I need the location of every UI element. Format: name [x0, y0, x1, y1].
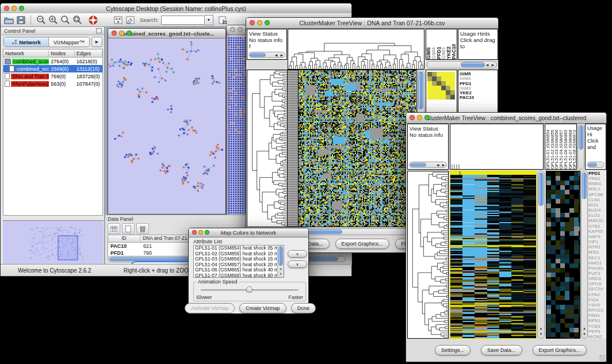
tv1-column-dendrogram[interactable]: [288, 29, 424, 69]
gene-label[interactable]: SPC98: [588, 192, 606, 197]
gene-label[interactable]: HRD3: [588, 276, 606, 281]
tv2-column-dendrogram[interactable]: [450, 124, 543, 169]
column-label[interactable]: GIM4: [431, 29, 437, 59]
zoom-fit-icon[interactable]: [71, 14, 83, 26]
arrow-down-icon[interactable]: ▼: [582, 331, 587, 337]
column-label[interactable]: GPL51-03 (GSM856: [554, 124, 559, 169]
treeview1-titlebar[interactable]: ClusterMaker TreeView : DNA and Tran 07-…: [246, 18, 498, 29]
traffic-lights[interactable]: [4, 6, 24, 11]
gene-label[interactable]: CLN1: [588, 197, 606, 202]
resize-grip[interactable]: [599, 355, 606, 361]
zoom-window-icon[interactable]: [19, 6, 24, 11]
tv2-usage-scrollbar[interactable]: [587, 162, 605, 168]
close-icon[interactable]: [192, 230, 197, 235]
minimize-icon[interactable]: [12, 6, 17, 11]
gene-label[interactable]: RPO21: [588, 308, 606, 313]
gene-label[interactable]: GTB1: [588, 224, 606, 229]
zoom-out-icon[interactable]: [35, 14, 47, 26]
column-label[interactable]: GPL51-04 (GSM857: [559, 124, 563, 169]
gene-label[interactable]: SEC24: [588, 286, 606, 292]
gene-label[interactable]: FIG4: [588, 297, 606, 302]
gene-label[interactable]: PUF3: [588, 271, 606, 276]
network-row[interactable]: combined_scores 2764(0) 16218(0): [3, 58, 102, 65]
column-header-nodes[interactable]: Nodes: [49, 51, 74, 56]
network-row[interactable]: RNAPuberNov2+ 563(0) 107847(0): [3, 80, 102, 87]
gene-label[interactable]: PFD1: [588, 171, 606, 176]
arrow-up-icon[interactable]: ▲: [538, 325, 544, 331]
tv1-row-dendrogram[interactable]: [247, 70, 287, 227]
network1-titlebar[interactable]: combined_scores_good.txt--cluste...: [108, 29, 225, 39]
dialog-button[interactable]: Animate Vizmap: [185, 303, 235, 313]
gene-label[interactable]: TCB3: [588, 324, 606, 329]
float-panel-icon[interactable]: [96, 28, 102, 33]
attribute-select-icon[interactable]: [108, 223, 120, 234]
annotation-icon[interactable]: [124, 14, 136, 26]
zoom-window-icon[interactable]: [205, 230, 209, 235]
column-label[interactable]: YKE2: [446, 29, 452, 59]
treeview-button[interactable]: Export Graphics...: [335, 239, 389, 249]
column-label[interactable]: PAC10: [452, 29, 457, 59]
traffic-lights[interactable]: [250, 20, 270, 25]
gene-label[interactable]: VIP1: [588, 239, 606, 244]
zoom-in-icon[interactable]: [47, 14, 59, 26]
gene-label[interactable]: RNR4: [588, 181, 606, 186]
minimize-icon[interactable]: [198, 230, 203, 235]
overview-canvas[interactable]: [3, 221, 104, 264]
tab-vizmapper[interactable]: VizMapper™: [49, 37, 89, 47]
tv2-labels-vscrollbar[interactable]: [577, 124, 584, 170]
tv1-heatmap[interactable]: [299, 70, 416, 227]
gene-label[interactable]: CPA2: [588, 292, 606, 297]
treeview-button[interactable]: Save Data...: [481, 345, 522, 355]
tab-overflow-button[interactable]: ▶: [91, 37, 102, 47]
column-header-network[interactable]: Network: [3, 51, 49, 56]
close-icon[interactable]: [112, 30, 117, 36]
traffic-lights[interactable]: [192, 230, 209, 235]
column-header-id[interactable]: ID: [108, 235, 140, 242]
arrow-down-icon[interactable]: ▼: [538, 331, 544, 337]
network-overview-panel[interactable]: [3, 220, 104, 265]
gene-label[interactable]: GPI16: [588, 281, 606, 286]
open-session-icon[interactable]: [3, 14, 15, 26]
close-icon[interactable]: [250, 20, 255, 25]
zoom-window-icon[interactable]: [265, 20, 270, 25]
plugin-manager-icon[interactable]: [112, 14, 124, 26]
minimize-icon[interactable]: [257, 20, 262, 25]
tab-network[interactable]: Network: [4, 37, 49, 47]
help-lifesaver-icon[interactable]: [87, 14, 100, 26]
gene-label[interactable]: KAP95: [588, 229, 606, 234]
column-label[interactable]: GPL51-06 (GSM865: [563, 124, 568, 169]
column-label[interactable]: GPL51-08 (GSM872: [572, 124, 576, 169]
gene-label[interactable]: MAK31: [588, 218, 606, 223]
tv2-row-dendrogram[interactable]: [408, 171, 448, 338]
gene-label[interactable]: ELG1: [588, 213, 606, 218]
gene-label[interactable]: PEP5: [588, 329, 606, 334]
search-dropdown-button[interactable]: ▼: [205, 15, 213, 25]
column-label[interactable]: GIM5: [426, 29, 431, 59]
gene-label[interactable]: YSH1: [588, 302, 606, 308]
gene-label[interactable]: MON2: [588, 334, 606, 339]
zoom-window-icon[interactable]: [127, 30, 132, 36]
tv1-similarity-matrix[interactable]: [427, 72, 455, 99]
main-titlebar[interactable]: Cytoscape Desktop (Session Name: collins…: [1, 3, 351, 14]
arrow-right-icon[interactable]: ▶: [279, 52, 285, 58]
minimize-icon[interactable]: [119, 30, 124, 36]
arrow-right-icon[interactable]: ▶: [441, 162, 446, 168]
dialog-button[interactable]: Done: [291, 303, 316, 313]
gene-label[interactable]: NIS1: [588, 202, 606, 208]
tv2-summary-heatmap[interactable]: [546, 171, 580, 338]
gene-label[interactable]: YRA1: [588, 176, 606, 181]
tv2-heatmap[interactable]: [450, 171, 536, 338]
move-up-button[interactable]: ∧: [288, 250, 307, 258]
move-down-button[interactable]: ∨: [288, 260, 307, 268]
gene-label[interactable]: RPN1: [588, 318, 606, 323]
gene-label[interactable]: SEC1: [588, 255, 606, 260]
gene-label[interactable]: HAP3: [588, 234, 606, 239]
arrow-left-icon[interactable]: ◀: [435, 162, 441, 168]
import-attributes-icon[interactable]: [217, 14, 229, 26]
minimize-icon[interactable]: [417, 115, 422, 120]
tv2-vscrollbar[interactable]: ▲ ▼: [537, 171, 545, 339]
network-row[interactable]: DNA and Tran 07 769(0) 183728(0): [3, 72, 102, 80]
treeview2-titlebar[interactable]: ClusterMaker TreeView : combined_scores_…: [406, 113, 606, 124]
delete-attribute-icon[interactable]: [136, 223, 149, 234]
tv1-summary-hscrollbar[interactable]: ◀ ▶: [427, 61, 497, 68]
